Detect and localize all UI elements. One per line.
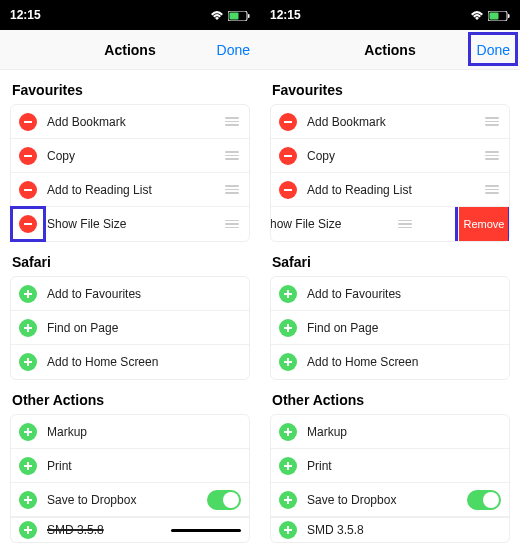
list-item[interactable]: Add to Reading List bbox=[11, 173, 249, 207]
list-item[interactable]: SMD 3.5.8 bbox=[11, 517, 249, 542]
add-icon[interactable] bbox=[279, 457, 297, 475]
status-bar: 12:15 bbox=[260, 0, 520, 30]
add-icon[interactable] bbox=[279, 491, 297, 509]
item-label: Add Bookmark bbox=[47, 115, 223, 129]
item-label: Save to Dropbox bbox=[47, 493, 207, 507]
section-header-favourites: Favourites bbox=[0, 70, 260, 104]
drag-handle-icon[interactable] bbox=[483, 117, 501, 126]
item-label: Add to Home Screen bbox=[47, 355, 241, 369]
wifi-icon bbox=[210, 8, 224, 22]
svg-rect-41 bbox=[284, 529, 292, 531]
add-icon[interactable] bbox=[279, 285, 297, 303]
add-icon[interactable] bbox=[19, 285, 37, 303]
list-item[interactable]: Add to Home Screen bbox=[271, 345, 509, 379]
item-label: Print bbox=[47, 459, 241, 473]
svg-rect-18 bbox=[24, 499, 32, 501]
svg-rect-26 bbox=[284, 189, 292, 191]
list-item[interactable]: Save to Dropbox bbox=[11, 483, 249, 517]
list-item[interactable]: Add to Favourites bbox=[271, 277, 509, 311]
svg-rect-2 bbox=[248, 14, 250, 18]
list-item-swiped[interactable]: Show File Size Remove bbox=[271, 207, 509, 241]
item-label: Find on Page bbox=[47, 321, 241, 335]
list-item[interactable]: Markup bbox=[271, 415, 509, 449]
item-label: Show File Size bbox=[271, 217, 396, 231]
svg-rect-35 bbox=[284, 431, 292, 433]
list-item[interactable]: Add Bookmark bbox=[271, 105, 509, 139]
list-item[interactable]: Add Bookmark bbox=[11, 105, 249, 139]
list-item[interactable]: Add to Reading List bbox=[271, 173, 509, 207]
svg-rect-3 bbox=[24, 121, 32, 123]
list-item[interactable]: Show File Size bbox=[11, 207, 249, 241]
item-label: Print bbox=[307, 459, 501, 473]
list-item[interactable]: Print bbox=[11, 449, 249, 483]
list-item[interactable]: Copy bbox=[271, 139, 509, 173]
svg-rect-25 bbox=[284, 155, 292, 157]
svg-rect-24 bbox=[284, 121, 292, 123]
item-label: Show File Size bbox=[47, 217, 223, 231]
add-icon[interactable] bbox=[19, 353, 37, 371]
list-item[interactable]: Find on Page bbox=[271, 311, 509, 345]
annotation-highlight bbox=[468, 32, 518, 66]
list-item[interactable]: Print bbox=[271, 449, 509, 483]
list-item[interactable]: Add to Home Screen bbox=[11, 345, 249, 379]
svg-rect-12 bbox=[24, 361, 32, 363]
remove-icon[interactable] bbox=[279, 181, 297, 199]
add-icon[interactable] bbox=[19, 521, 37, 539]
drag-handle-icon[interactable] bbox=[483, 151, 501, 160]
add-icon[interactable] bbox=[19, 457, 37, 475]
drag-handle-icon[interactable] bbox=[223, 117, 241, 126]
nav-bar: Actions Done bbox=[260, 30, 520, 70]
drag-handle-icon[interactable] bbox=[396, 220, 414, 229]
add-icon[interactable] bbox=[19, 423, 37, 441]
item-label: SMD 3.5.8 bbox=[307, 523, 501, 537]
toggle-switch[interactable] bbox=[207, 490, 241, 510]
drag-handle-icon[interactable] bbox=[483, 185, 501, 194]
done-button[interactable]: Done bbox=[217, 42, 250, 58]
add-icon[interactable] bbox=[19, 319, 37, 337]
status-icons bbox=[470, 8, 510, 22]
item-label: Copy bbox=[307, 149, 483, 163]
add-icon[interactable] bbox=[279, 319, 297, 337]
section-header-other: Other Actions bbox=[0, 380, 260, 414]
svg-rect-23 bbox=[508, 14, 510, 18]
svg-rect-29 bbox=[284, 293, 292, 295]
item-label: Add to Favourites bbox=[47, 287, 241, 301]
drag-handle-icon[interactable] bbox=[223, 220, 241, 229]
add-icon[interactable] bbox=[19, 491, 37, 509]
remove-icon[interactable] bbox=[279, 147, 297, 165]
remove-icon[interactable] bbox=[19, 147, 37, 165]
section-header-other: Other Actions bbox=[260, 380, 520, 414]
remove-icon[interactable] bbox=[279, 113, 297, 131]
other-list: Markup Print Save to Dropbox SMD 3.5.8 bbox=[270, 414, 510, 543]
toggle-switch[interactable] bbox=[467, 490, 501, 510]
phone-left: 12:15 Actions Done Favourites Add Bookma… bbox=[0, 0, 260, 560]
list-item[interactable]: Markup bbox=[11, 415, 249, 449]
remove-icon[interactable] bbox=[19, 113, 37, 131]
item-label: Add to Favourites bbox=[307, 287, 501, 301]
list-item[interactable]: Find on Page bbox=[11, 311, 249, 345]
drag-handle-icon[interactable] bbox=[223, 151, 241, 160]
svg-rect-5 bbox=[24, 189, 32, 191]
list-item[interactable]: Copy bbox=[11, 139, 249, 173]
remove-icon[interactable] bbox=[19, 181, 37, 199]
svg-rect-20 bbox=[24, 529, 32, 531]
drag-handle-icon[interactable] bbox=[223, 185, 241, 194]
item-label: Add to Reading List bbox=[307, 183, 483, 197]
home-indicator bbox=[171, 529, 241, 532]
add-icon[interactable] bbox=[279, 353, 297, 371]
svg-rect-39 bbox=[284, 499, 292, 501]
list-item[interactable]: Add to Favourites bbox=[11, 277, 249, 311]
status-time: 12:15 bbox=[10, 8, 41, 22]
favourites-list: Add Bookmark Copy Add to Reading List bbox=[270, 104, 510, 242]
svg-rect-4 bbox=[24, 155, 32, 157]
content: Favourites Add Bookmark Copy Add to Read… bbox=[260, 70, 520, 560]
list-item[interactable]: Save to Dropbox bbox=[271, 483, 509, 517]
nav-bar: Actions Done bbox=[0, 30, 260, 70]
item-label: Add to Home Screen bbox=[307, 355, 501, 369]
add-icon[interactable] bbox=[279, 423, 297, 441]
add-icon[interactable] bbox=[279, 521, 297, 539]
svg-rect-37 bbox=[284, 465, 292, 467]
item-label: Markup bbox=[307, 425, 501, 439]
list-item[interactable]: SMD 3.5.8 bbox=[271, 517, 509, 542]
svg-rect-8 bbox=[24, 293, 32, 295]
